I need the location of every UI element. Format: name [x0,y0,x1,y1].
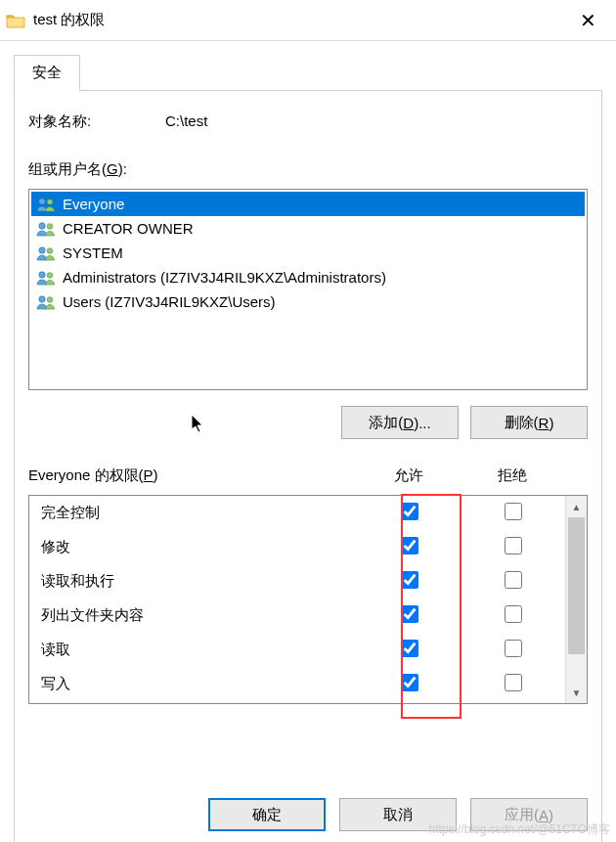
cancel-button[interactable]: 取消 [339,798,457,831]
permission-name: 完全控制 [41,504,358,522]
scroll-thumb[interactable] [568,517,585,654]
ok-button[interactable]: 确定 [208,798,326,831]
list-item[interactable]: Users (IZ7IV3J4RIL9KXZ\Users) [31,289,585,314]
folder-icon [6,13,25,28]
dialog-body: 安全 对象名称: C:\test 组或用户名(G): EveryoneCREAT… [0,41,616,842]
permissions-title: Everyone 的权限(P) [28,466,357,485]
object-label: 对象名称: [28,112,165,131]
scroll-up-icon[interactable]: ▲ [566,496,587,517]
tab-strip: 安全 [14,55,602,91]
allow-checkbox[interactable] [401,674,418,691]
permission-row: 列出文件夹内容 [29,598,565,633]
permission-name: 读取 [41,641,358,659]
list-item[interactable]: SYSTEM [31,241,585,265]
add-button[interactable]: 添加(D)... [341,406,459,439]
permission-row: 写入 [29,667,565,701]
allow-checkbox[interactable] [401,537,418,554]
permission-row: 读取和执行 [29,564,565,598]
scrollbar[interactable]: ▲ ▼ [565,496,587,703]
titlebar: test 的权限 ✕ [0,0,616,41]
groups-listbox[interactable]: EveryoneCREATOR OWNERSYSTEMAdministrator… [28,189,588,390]
permission-name: 读取和执行 [41,572,358,591]
svg-point-4 [39,246,45,252]
list-item[interactable]: Everyone [31,192,585,216]
svg-point-9 [47,296,53,302]
close-icon[interactable]: ✕ [572,9,604,32]
object-value: C:\test [165,112,207,131]
svg-point-8 [39,295,45,301]
tab-security-label: 安全 [32,64,62,80]
dialog-buttons: 确定 取消 应用(A) [208,798,588,831]
svg-point-0 [39,198,45,203]
allow-checkbox[interactable] [401,571,418,589]
permissions-rows: 完全控制修改读取和执行列出文件夹内容读取写入 [29,496,565,703]
list-item-label: Users (IZ7IV3J4RIL9KXZ\Users) [63,293,276,310]
permission-name: 列出文件夹内容 [41,606,358,625]
col-deny-header: 拒绝 [461,466,564,485]
groups-label: 组或用户名(G): [28,160,588,179]
deny-checkbox[interactable] [505,605,522,623]
list-item-label: Administrators (IZ7IV3J4RIL9KXZ\Administ… [63,269,386,286]
remove-button[interactable]: 删除(R) [470,406,588,439]
permission-row: 修改 [29,530,565,564]
svg-point-1 [47,199,53,204]
allow-checkbox[interactable] [401,503,418,520]
permission-row: 完全控制 [29,496,565,530]
add-remove-row: 添加(D)... 删除(R) [28,406,588,439]
list-item[interactable]: Administrators (IZ7IV3J4RIL9KXZ\Administ… [31,265,585,289]
permission-name: 写入 [41,675,358,693]
deny-checkbox[interactable] [505,640,522,657]
svg-point-6 [39,271,45,277]
deny-checkbox[interactable] [505,674,522,691]
allow-checkbox[interactable] [401,605,418,623]
list-item-label: CREATOR OWNER [63,220,194,237]
tab-security[interactable]: 安全 [14,55,80,91]
svg-point-7 [47,272,53,278]
permissions-listbox: 完全控制修改读取和执行列出文件夹内容读取写入 ▲ ▼ [28,495,588,704]
list-item-label: SYSTEM [63,244,123,261]
allow-checkbox[interactable] [401,640,418,657]
svg-point-2 [39,222,45,228]
scroll-down-icon[interactable]: ▼ [566,682,587,703]
deny-checkbox[interactable] [505,503,522,520]
list-item[interactable]: CREATOR OWNER [31,216,585,241]
object-row: 对象名称: C:\test [28,112,588,131]
permission-name: 修改 [41,538,358,556]
col-allow-header: 允许 [357,466,461,485]
window-title: test 的权限 [33,11,572,29]
list-item-label: Everyone [63,196,124,212]
deny-checkbox[interactable] [505,571,522,589]
svg-point-5 [47,247,53,253]
permission-row: 读取 [29,633,565,667]
tab-content: 对象名称: C:\test 组或用户名(G): EveryoneCREATOR … [14,91,602,842]
deny-checkbox[interactable] [505,537,522,554]
apply-button[interactable]: 应用(A) [470,798,588,831]
permissions-header: Everyone 的权限(P) 允许 拒绝 [28,466,588,485]
svg-point-3 [47,223,53,229]
